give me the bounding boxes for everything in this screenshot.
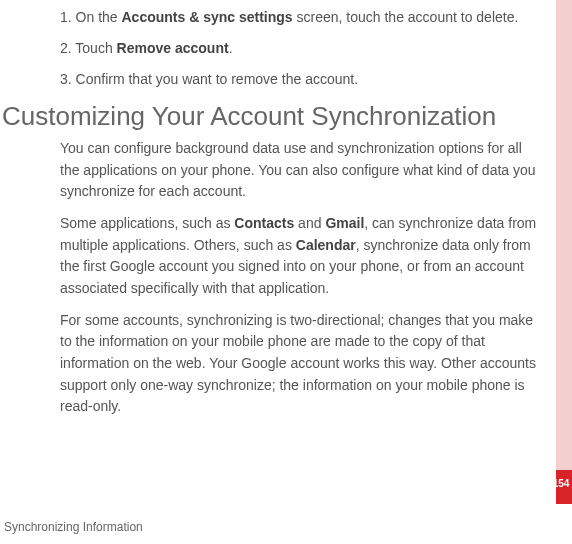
- step-item: 1. On the Accounts & sync settings scree…: [60, 8, 552, 27]
- page-content: 1. On the Accounts & sync settings scree…: [0, 8, 572, 418]
- paragraph: Some applications, such as Contacts and …: [60, 213, 542, 300]
- footer-text: Synchronizing Information: [4, 520, 143, 534]
- step-text: Confirm that you want to remove the acco…: [76, 71, 358, 87]
- paragraph: For some accounts, synchronizing is two-…: [60, 310, 542, 418]
- page-number: 154: [550, 478, 572, 489]
- bold-term: Gmail: [325, 215, 364, 231]
- section-heading: Customizing Your Account Synchronization: [0, 101, 552, 132]
- bold-term: Calendar: [296, 237, 356, 253]
- step-num: 1.: [60, 9, 72, 25]
- text-run: and: [294, 215, 325, 231]
- step-text: Touch: [75, 40, 116, 56]
- side-tab: [556, 0, 572, 544]
- step-item: 3. Confirm that you want to remove the a…: [60, 70, 552, 89]
- step-bold: Accounts & sync settings: [122, 9, 293, 25]
- step-text: screen, touch the account to delete.: [293, 9, 519, 25]
- side-tab-light: [556, 0, 572, 470]
- step-list: 1. On the Accounts & sync settings scree…: [0, 8, 552, 89]
- body-text: You can configure background data use an…: [0, 138, 552, 418]
- step-num: 2.: [60, 40, 72, 56]
- step-bold: Remove account: [117, 40, 229, 56]
- text-run: Some applications, such as: [60, 215, 234, 231]
- step-text: On the: [76, 9, 122, 25]
- bold-term: Contacts: [234, 215, 294, 231]
- step-text: .: [229, 40, 233, 56]
- step-num: 3.: [60, 71, 72, 87]
- step-item: 2. Touch Remove account.: [60, 39, 552, 58]
- paragraph: You can configure background data use an…: [60, 138, 542, 203]
